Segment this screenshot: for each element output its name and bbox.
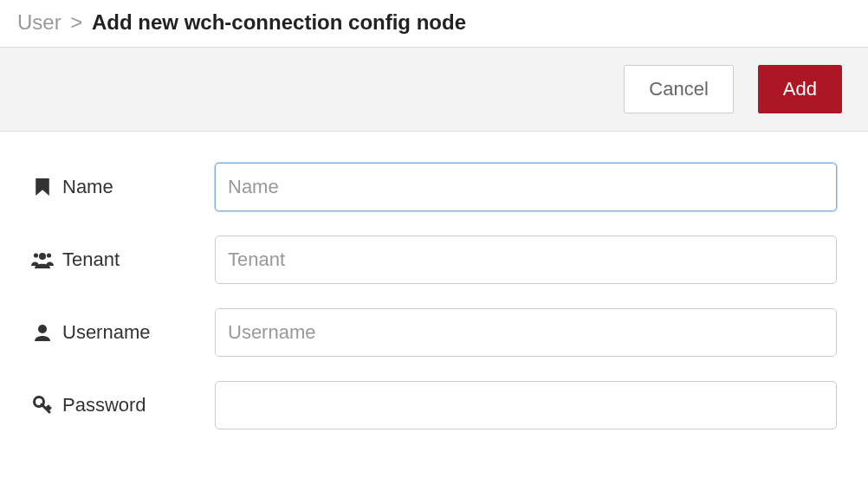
page-title: Add new wch-connection config node [92, 10, 466, 34]
key-icon [31, 396, 54, 415]
config-form: Name Tenant [0, 132, 868, 471]
form-row-password: Password [31, 381, 837, 429]
tenant-label-text: Tenant [62, 248, 120, 271]
name-input[interactable] [215, 163, 837, 211]
form-row-name: Name [31, 163, 837, 211]
tenant-input[interactable] [215, 236, 837, 284]
form-row-tenant: Tenant [31, 236, 837, 284]
svg-point-0 [39, 253, 46, 260]
password-label-text: Password [62, 394, 146, 416]
svg-point-2 [47, 253, 51, 257]
svg-point-3 [38, 325, 47, 333]
toolbar: Cancel Add [0, 48, 868, 132]
username-label-text: Username [62, 321, 150, 344]
users-icon [31, 251, 54, 268]
tenant-label: Tenant [31, 248, 215, 271]
name-label: Name [31, 176, 215, 198]
breadcrumb-parent[interactable]: User [17, 10, 62, 34]
password-input[interactable] [215, 381, 837, 429]
cancel-button[interactable]: Cancel [624, 65, 733, 113]
add-button[interactable]: Add [758, 65, 842, 113]
svg-point-1 [34, 253, 38, 257]
breadcrumb-separator: > [70, 10, 82, 34]
user-icon [31, 324, 54, 341]
bookmark-icon [31, 178, 54, 196]
username-label: Username [31, 321, 215, 344]
username-input[interactable] [215, 308, 837, 357]
breadcrumb: User > Add new wch-connection config nod… [0, 0, 868, 48]
form-row-username: Username [31, 308, 837, 357]
name-label-text: Name [62, 176, 113, 198]
password-label: Password [31, 394, 215, 416]
